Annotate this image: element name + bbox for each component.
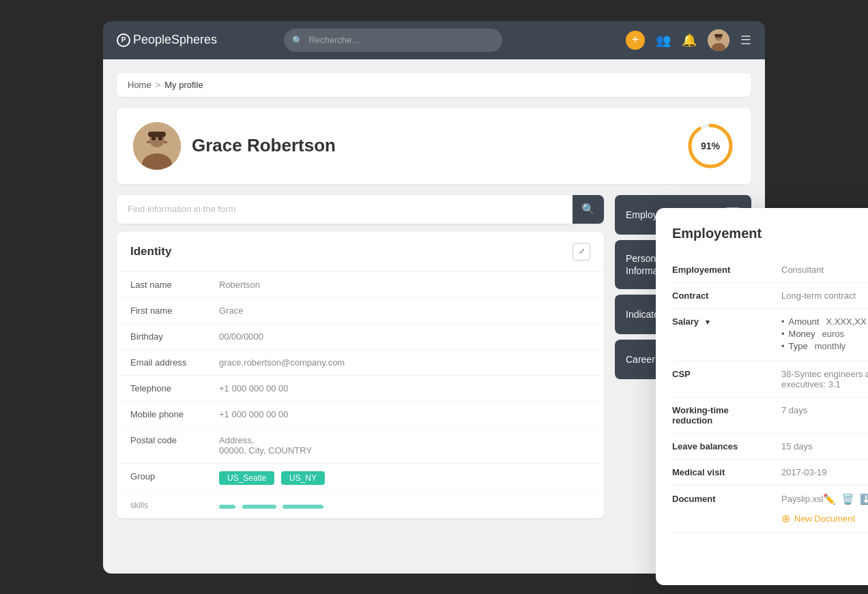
form-search-input[interactable] (117, 195, 573, 224)
doc-edit-icon[interactable]: ✏️ (823, 493, 836, 505)
identity-row-mobile: Mobile phone +1 000 000 00 00 (117, 402, 604, 428)
breadcrumb: Home > My profile (117, 73, 751, 97)
identity-value-firstname: Grace (219, 306, 243, 316)
form-search: 🔍 (117, 195, 604, 224)
emp-row-document: Document Payslip.xsl ✏️ 🗑️ ⬇️ ⊕ New Docu… (672, 486, 868, 533)
emp-label-medical: Medical visit (672, 467, 781, 477)
avatar-svg (708, 29, 729, 51)
identity-value-postal: Address, 00000, City, COUNTRY (219, 435, 312, 456)
salary-bullet-type: • (781, 341, 785, 351)
left-panel: 🔍 Identity ⤢ Last name Robertson First n… (117, 195, 604, 518)
identity-value-telephone: +1 000 000 00 00 (219, 383, 289, 393)
salary-key-amount: Amount (789, 316, 820, 327)
doc-action-icons: ✏️ 🗑️ ⬇️ (823, 493, 868, 505)
identity-label-telephone: Telephone (130, 383, 219, 393)
identity-label-birthday: Birthday (130, 331, 219, 342)
identity-row-postal: Postal code Address, 00000, City, COUNTR… (117, 428, 604, 464)
emp-label-csp: CSP (672, 369, 781, 379)
emp-row-salary: Salary ▾ • Amount X.XXX,XX • Money euros (672, 309, 868, 361)
emp-row-employment: Employement Consultant (672, 257, 868, 283)
add-button[interactable]: + (626, 31, 645, 50)
identity-row-group: Group US_Seatle US_NY (117, 464, 604, 493)
emp-value-contract: Long-term contract (781, 291, 868, 301)
identity-row-telephone: Telephone +1 000 000 00 00 (117, 376, 604, 402)
bell-icon[interactable]: 🔔 (682, 33, 697, 48)
new-doc-plus-icon: ⊕ (781, 512, 790, 525)
identity-row-skills: skills (117, 493, 604, 518)
emp-value-leave: 15 days (781, 441, 868, 451)
logo-text: PeopleSpheres (133, 33, 217, 47)
identity-header: Identity ⤢ (117, 232, 604, 272)
identity-value-birthday: 00/00/0000 (219, 331, 263, 342)
emp-row-medical: Medical visit 2017-03-19 (672, 460, 868, 486)
svg-rect-13 (164, 141, 167, 143)
users-icon[interactable]: 👥 (656, 33, 671, 48)
search-icon: 🔍 (292, 35, 303, 45)
emp-value-medical: 2017-03-19 (781, 467, 868, 477)
identity-label-skills: skills (130, 501, 219, 510)
identity-label-group: Group (130, 471, 219, 481)
salary-chevron-icon[interactable]: ▾ (706, 318, 710, 327)
logo: P PeopleSpheres (117, 33, 217, 47)
profile-name: Grace Robertson (192, 135, 336, 156)
new-doc-label: New Document (794, 514, 855, 524)
salary-bullet-amount: • (781, 316, 785, 327)
identity-expand-icon[interactable]: ⤢ (573, 243, 590, 261)
salary-value-money: euros (822, 329, 845, 339)
emp-row-contract: Contract Long-term contract (672, 283, 868, 309)
popup-header: Employement ⤢ (672, 224, 868, 243)
extra-doc-row-1: ✏️ 🗑️ ⬇️ (672, 533, 868, 551)
navbar: P PeopleSpheres 🔍 + 👥 🔔 (103, 21, 765, 59)
identity-value-email: grace.robertson@company.com (219, 357, 345, 368)
doc-download-icon[interactable]: ⬇️ (860, 493, 868, 505)
identity-value-mobile: +1 000 000 00 00 (219, 409, 289, 419)
emp-value-document: Payslip.xsl (781, 494, 823, 504)
logo-circle: P (117, 33, 130, 47)
extra-doc-row-2: ✏️ 🗑️ ⬇️ (672, 551, 868, 569)
identity-label-postal: Postal code (130, 435, 219, 445)
hamburger-icon[interactable]: ☰ (740, 33, 751, 48)
main-content: Home > My profile (103, 59, 765, 574)
popup-title: Employement (672, 226, 762, 241)
salary-details: • Amount X.XXX,XX • Money euros • Type m… (781, 316, 867, 353)
emp-label-document: Document (672, 494, 781, 504)
emp-value-csp: 38-Syntec engineers and technical execut… (781, 369, 868, 389)
doc-delete-icon[interactable]: 🗑️ (841, 493, 854, 505)
breadcrumb-current: My profile (164, 80, 203, 90)
emp-label-leave: Leave balances (672, 441, 781, 451)
emp-value-wtr: 7 days (781, 405, 868, 415)
identity-row-email: Email address grace.robertson@company.co… (117, 350, 604, 376)
identity-title: Identity (130, 245, 171, 258)
salary-money-row: • Money euros (781, 329, 867, 339)
progress-text: 91% (701, 140, 720, 151)
new-document-button[interactable]: ⊕ New Document (781, 512, 855, 525)
nav-actions: + 👥 🔔 ☰ (626, 29, 751, 51)
identity-value-lastname: Robertson (219, 280, 260, 290)
identity-label-email: Email address (130, 357, 219, 368)
svg-rect-5 (714, 34, 723, 37)
skills-tag-1 (219, 505, 235, 509)
breadcrumb-separator: > (156, 80, 161, 90)
employment-popup: Employement ⤢ Employement Consultant Con… (656, 208, 868, 585)
user-avatar-nav[interactable] (708, 29, 729, 51)
breadcrumb-home[interactable]: Home (128, 80, 151, 90)
identity-label-mobile: Mobile phone (130, 409, 219, 419)
salary-bullet-money: • (781, 329, 785, 339)
salary-key-money: Money (789, 329, 815, 339)
emp-label-wtr: Working-timereduction (672, 405, 781, 426)
identity-label-firstname: First name (130, 306, 219, 316)
document-header-row: Document Payslip.xsl ✏️ 🗑️ ⬇️ (672, 493, 868, 505)
group-tag-ny: US_NY (281, 471, 325, 485)
skills-tag-2 (242, 505, 276, 509)
salary-value-type: monthly (815, 341, 846, 351)
search-input[interactable] (284, 29, 502, 52)
skills-tag-3 (283, 505, 323, 509)
emp-row-leave: Leave balances 15 days (672, 434, 868, 460)
identity-value-skills (219, 501, 328, 511)
identity-row-birthday: Birthday 00/00/0000 (117, 324, 604, 350)
avatar-large-svg (133, 122, 181, 170)
progress-circle: 91% (686, 121, 735, 170)
form-search-button[interactable]: 🔍 (573, 195, 604, 224)
emp-value-employment: Consultant (781, 265, 868, 275)
emp-label-salary: Salary ▾ (672, 316, 781, 327)
